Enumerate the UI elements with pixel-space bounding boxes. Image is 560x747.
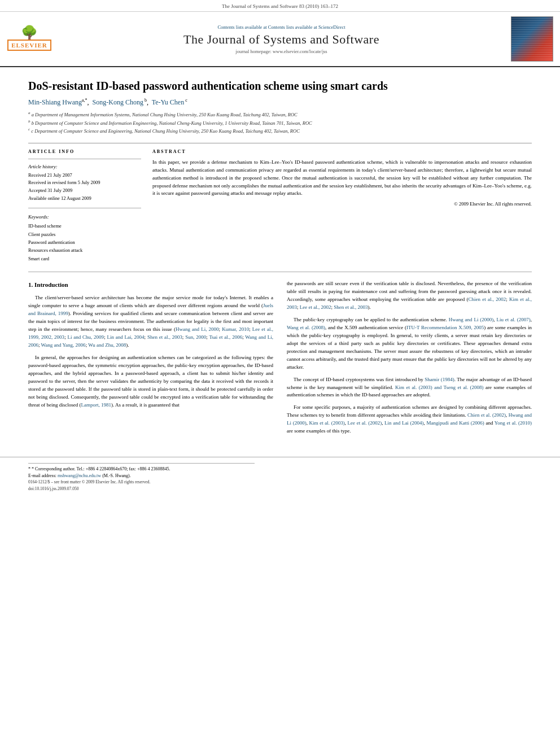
ref-lamport[interactable]: Lamport, 1981 xyxy=(81,402,111,408)
footer-copyright: 0164-1212/$ – see front matter © 2009 El… xyxy=(28,479,532,484)
homepage-text: journal homepage: www.elsevier.com/locat… xyxy=(235,49,327,54)
body-para-3: the passwords are still secure even if t… xyxy=(287,280,532,312)
affiliation-c: c c Department of Computer Science and E… xyxy=(28,126,532,135)
top-bar: The Journal of Systems and Software 83 (… xyxy=(0,0,560,12)
keyword-4: Resources exhaustion attack xyxy=(28,246,141,254)
ref-tsai[interactable]: Tsai et al., 2006 xyxy=(209,334,242,340)
keyword-2: Client puzzles xyxy=(28,230,141,238)
body-left-col: 1. Introduction The client/server-based … xyxy=(28,280,273,440)
keyword-5: Smart card xyxy=(28,255,141,263)
ref-lin-lai[interactable]: Lin and Lai, 2004 xyxy=(107,334,144,340)
ref-hwang-li-2000[interactable]: Hwang and Li (2000) xyxy=(449,317,494,322)
contents-line: Contents lists available at Contents lis… xyxy=(52,24,511,30)
ref-wang-yang[interactable]: Wang and Yang, 2006 xyxy=(41,342,86,348)
footer: * * Corresponding author. Tel.: +886 4 2… xyxy=(0,457,560,496)
abstract-col: ABSTRACT In this paper, we provide a def… xyxy=(152,149,532,263)
paper-title: DoS-resistant ID-based password authenti… xyxy=(28,78,532,93)
authors-line: Min-Shiang Hwanga,*, Song-Kong Chong b, … xyxy=(28,98,532,107)
ref-chien-2002[interactable]: Chien et al., 2002 xyxy=(469,296,506,302)
section-title: 1. Introduction xyxy=(28,280,273,290)
article-info-abstract: ARTICLE INFO Article history: Received 2… xyxy=(28,143,532,263)
article-info-col: ARTICLE INFO Article history: Received 2… xyxy=(28,149,141,263)
keyword-3: Password authentication xyxy=(28,238,141,246)
abstract-copyright: © 2009 Elsevier Inc. All rights reserved… xyxy=(152,201,532,207)
history-received: Received 21 July 2007 xyxy=(28,172,141,180)
ref-lee-2002[interactable]: Lee et al., 2002 xyxy=(300,304,331,310)
affiliation-b: b b Department of Computer Science and I… xyxy=(28,119,532,127)
elsevier-text: ELSEVIER xyxy=(7,40,51,51)
journal-header-center: Contents lists available at Contents lis… xyxy=(52,24,511,54)
body-para-1: The client/server-based service architec… xyxy=(28,294,273,350)
abstract-text: In this paper, we provide a defense mech… xyxy=(152,159,532,198)
history-revised: Received in revised form 5 July 2009 xyxy=(28,179,141,187)
ref-itu[interactable]: ITU-T Recommendation X.509, 2005 xyxy=(406,325,484,330)
footnote-text: * * Corresponding author. Tel.: +886 4 2… xyxy=(28,466,255,479)
body-right-col: the passwords are still secure even if t… xyxy=(287,280,532,440)
ref-shen[interactable]: Shen et al., 2003 xyxy=(147,334,182,340)
keyword-1: ID-based scheme xyxy=(28,222,141,230)
author-chen: Te-Yu Chen xyxy=(152,98,184,106)
footnote-section: * * Corresponding author. Tel.: +886 4 2… xyxy=(28,463,255,479)
ref-shen-2003[interactable]: Shen et al., 2003 xyxy=(334,304,368,310)
ref-li-chu[interactable]: Li and Chu, 2009 xyxy=(67,334,104,340)
elsevier-tree-icon: 🌳 xyxy=(21,26,38,40)
sciencedirect-link[interactable]: Contents lists available at ScienceDirec… xyxy=(268,24,345,30)
ref-lee-b[interactable]: Lee et al. (2002) xyxy=(348,420,382,426)
journal-homepage: journal homepage: www.elsevier.com/locat… xyxy=(52,49,511,54)
ref-liu-2007[interactable]: Liu et al. (2007) xyxy=(496,317,530,322)
ref-kumar[interactable]: Kumar, 2010 xyxy=(222,326,249,332)
ref-juels[interactable]: Juels and Brainard, 1999 xyxy=(28,303,273,316)
ref-wang-2008[interactable]: Wang et al. (2008) xyxy=(287,325,325,330)
ref-mangipudi[interactable]: Mangipudi and Katti (2006) xyxy=(426,420,484,426)
elsevier-logo: 🌳 ELSEVIER xyxy=(7,26,52,53)
body-columns: 1. Introduction The client/server-based … xyxy=(28,272,532,440)
ref-kim-tseng[interactable]: Kim et al. (2003) and Tseng et al. (2008… xyxy=(395,385,484,390)
ref-wu-zhu[interactable]: Wu and Zhu, 2008 xyxy=(88,342,126,348)
ref-shamir[interactable]: Shamir (1984) xyxy=(425,377,454,382)
journal-header: 🌳 ELSEVIER Contents lists available at C… xyxy=(0,12,560,67)
article-history-title: Article history: xyxy=(28,164,141,169)
body-para-6: For some specific purposes, a majority o… xyxy=(287,404,532,435)
history-accepted: Accepted 31 July 2009 xyxy=(28,187,141,195)
conjunction-and: and xyxy=(485,420,493,426)
abstract-heading: ABSTRACT xyxy=(152,149,532,154)
article-info-heading: ARTICLE INFO xyxy=(28,149,141,154)
author-chong: Song-Kong Chong xyxy=(93,98,143,106)
history-online: Available online 12 August 2009 xyxy=(28,195,141,203)
body-para-5: The concept of ID-based cryptosystems wa… xyxy=(287,376,532,400)
footer-doi: doi:10.1016/j.jss.2009.07.050 xyxy=(28,486,532,491)
author-hwang: Min-Shiang Hwang xyxy=(28,98,82,106)
ref-chien-et[interactable]: Chien et al. (2002) xyxy=(467,412,506,418)
body-para-4: The public-key cryptography can be appli… xyxy=(287,316,532,372)
ref-lin-b[interactable]: Lin and Lai (2004) xyxy=(384,420,423,426)
body-para-2: In general, the approaches for designing… xyxy=(28,354,273,409)
journal-citation: The Journal of Systems and Software 83 (… xyxy=(222,3,338,9)
journal-title: The Journal of Systems and Software xyxy=(52,32,511,47)
ref-sun[interactable]: Sun, 2000 xyxy=(185,334,206,340)
affiliations: a a Department of Management Information… xyxy=(28,110,532,135)
ref-yong[interactable]: Yong et al. (2010) xyxy=(495,420,532,426)
keywords-title: Keywords: xyxy=(28,214,141,220)
journal-cover-image xyxy=(511,16,553,62)
affiliation-a: a a Department of Management Information… xyxy=(28,110,532,119)
cover-decoration xyxy=(511,17,553,61)
ref-kim-b[interactable]: Kim et al. (2003) xyxy=(309,420,345,426)
email-link[interactable]: mshwang@nchu.edu.tw xyxy=(58,473,101,478)
ref-hwang-li[interactable]: Hwang and Li, 2000 xyxy=(176,326,219,332)
main-content: DoS-resistant ID-based password authenti… xyxy=(0,67,560,451)
